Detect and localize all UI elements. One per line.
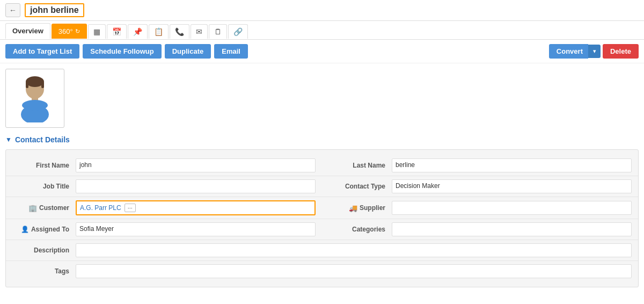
form-row-description: Description bbox=[6, 240, 638, 261]
customer-field: 🏢 Customer A.G. Parr PLC ··· bbox=[6, 197, 322, 219]
email-button[interactable]: Email bbox=[214, 44, 248, 59]
assigned-to-value[interactable]: Sofia Meyer bbox=[76, 222, 316, 236]
customer-label: 🏢 Customer bbox=[6, 204, 76, 212]
duplicate-button[interactable]: Duplicate bbox=[165, 44, 211, 59]
tags-label: Tags bbox=[6, 267, 76, 275]
page-title: john berline bbox=[25, 3, 84, 17]
contact-type-field: Contact Type Decision Maker bbox=[322, 176, 638, 197]
tab-reports[interactable]: ▦ bbox=[88, 24, 106, 39]
svg-rect-2 bbox=[26, 82, 28, 88]
contact-details-section-header[interactable]: ▼ Contact Details bbox=[5, 135, 639, 144]
job-title-value[interactable] bbox=[76, 179, 316, 193]
contact-details-form: First Name john Last Name berline Job Ti… bbox=[5, 149, 639, 287]
person-icon: 👤 bbox=[21, 226, 29, 233]
form-row-jobtitle: Job Title Contact Type Decision Maker bbox=[6, 176, 638, 197]
tab-calls[interactable]: 📞 bbox=[170, 24, 189, 39]
convert-button[interactable]: Convert bbox=[549, 44, 588, 59]
supplier-label: 🚚 Supplier bbox=[322, 204, 392, 212]
schedule-followup-button[interactable]: Schedule Followup bbox=[83, 44, 161, 59]
chevron-down-icon: ▼ bbox=[5, 136, 12, 143]
job-title-field: Job Title bbox=[6, 176, 322, 197]
tab-360[interactable]: 360° ↻ bbox=[52, 24, 87, 39]
svg-rect-3 bbox=[41, 82, 44, 88]
categories-label: Categories bbox=[322, 226, 392, 233]
first-name-label: First Name bbox=[6, 162, 76, 169]
tabs-row: Overview 360° ↻ ▦ 📅 📌 📋 📞 ✉ 🗒 🔗 bbox=[0, 21, 644, 40]
top-bar: ← john berline bbox=[0, 0, 644, 21]
tab-notes[interactable]: 🗒 bbox=[209, 24, 227, 39]
actions-bar: Add to Target List Schedule Followup Dup… bbox=[0, 40, 644, 63]
description-label: Description bbox=[6, 247, 76, 254]
customer-ellipsis-button[interactable]: ··· bbox=[125, 204, 136, 212]
categories-field: Categories bbox=[322, 219, 638, 240]
add-to-target-button[interactable]: Add to Target List bbox=[5, 44, 79, 59]
right-actions: Convert ▾ Delete bbox=[549, 44, 639, 59]
svg-point-1 bbox=[26, 76, 44, 87]
contact-type-value[interactable]: Decision Maker bbox=[392, 179, 632, 193]
customer-link-group: A.G. Parr PLC ··· bbox=[80, 204, 136, 212]
truck-icon: 🚚 bbox=[349, 204, 357, 212]
svg-point-6 bbox=[22, 100, 48, 111]
convert-caret[interactable]: ▾ bbox=[588, 45, 601, 58]
tab-overview[interactable]: Overview bbox=[5, 23, 50, 39]
form-row-tags: Tags bbox=[6, 261, 638, 281]
delete-button[interactable]: Delete bbox=[603, 44, 639, 59]
tab-attachments[interactable]: 🔗 bbox=[228, 24, 248, 39]
first-name-value[interactable]: john bbox=[76, 158, 316, 172]
assigned-to-label: 👤 Assigned To bbox=[6, 226, 76, 233]
form-row-customer: 🏢 Customer A.G. Parr PLC ··· 🚚 Supplier bbox=[6, 197, 638, 219]
last-name-label: Last Name bbox=[322, 162, 392, 169]
form-row-name: First Name john Last Name berline bbox=[6, 155, 638, 176]
tags-value[interactable] bbox=[76, 264, 632, 278]
job-title-label: Job Title bbox=[6, 183, 76, 190]
form-row-assigned: 👤 Assigned To Sofia Meyer Categories bbox=[6, 219, 638, 240]
section-title: Contact Details bbox=[15, 135, 70, 144]
tab-calendar[interactable]: 📅 bbox=[107, 24, 127, 39]
tab-pin[interactable]: 📌 bbox=[128, 24, 148, 39]
avatar-image bbox=[13, 74, 56, 122]
building-icon: 🏢 bbox=[28, 204, 37, 212]
main-content: ▼ Contact Details First Name john Last N… bbox=[0, 63, 644, 293]
supplier-value[interactable] bbox=[392, 201, 632, 215]
tab-emails[interactable]: ✉ bbox=[191, 24, 208, 39]
customer-value[interactable]: A.G. Parr PLC ··· bbox=[76, 200, 316, 215]
tab-tasks[interactable]: 📋 bbox=[149, 24, 169, 39]
last-name-value[interactable]: berline bbox=[392, 158, 632, 172]
avatar bbox=[5, 69, 64, 128]
categories-value[interactable] bbox=[392, 222, 632, 236]
first-name-field: First Name john bbox=[6, 155, 322, 176]
contact-type-label: Contact Type bbox=[322, 183, 392, 190]
last-name-field: Last Name berline bbox=[322, 155, 638, 176]
assigned-to-field: 👤 Assigned To Sofia Meyer bbox=[6, 219, 322, 240]
description-value[interactable] bbox=[76, 243, 632, 257]
back-button[interactable]: ← bbox=[5, 3, 20, 17]
customer-link[interactable]: A.G. Parr PLC bbox=[80, 204, 121, 212]
back-icon: ← bbox=[9, 6, 17, 15]
supplier-field: 🚚 Supplier bbox=[322, 197, 638, 219]
